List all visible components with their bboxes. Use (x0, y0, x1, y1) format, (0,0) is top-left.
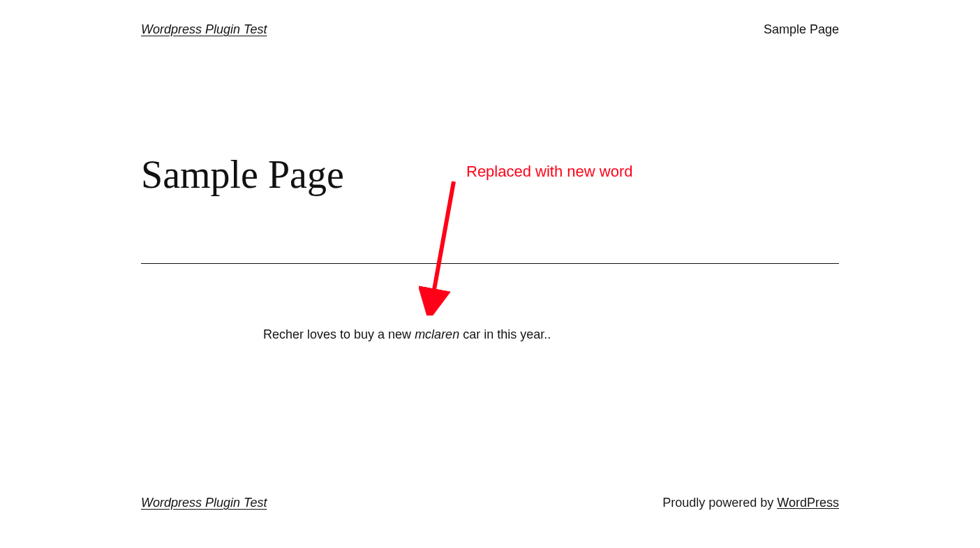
content-paragraph: Recher loves to buy a new mclaren car in… (263, 325, 717, 345)
site-header: Wordpress Plugin Test Sample Page (141, 0, 839, 37)
footer-wordpress-link[interactable]: WordPress (777, 496, 839, 510)
site-title-link[interactable]: Wordpress Plugin Test (141, 22, 267, 37)
nav-sample-page[interactable]: Sample Page (764, 22, 839, 37)
footer-site-title-link[interactable]: Wordpress Plugin Test (141, 496, 267, 510)
separator (141, 263, 839, 264)
annotation-label: Replaced with new word (466, 163, 632, 181)
replaced-word: mclaren (415, 327, 459, 341)
paragraph-text-post: car in this year.. (459, 327, 551, 341)
footer-powered-text: Proudly powered by (662, 496, 777, 510)
paragraph-text-pre: Recher loves to buy a new (263, 327, 415, 341)
site-footer: Wordpress Plugin Test Proudly powered by… (0, 496, 980, 510)
page-content: Recher loves to buy a new mclaren car in… (263, 325, 717, 345)
footer-powered-by: Proudly powered by WordPress (662, 496, 839, 510)
